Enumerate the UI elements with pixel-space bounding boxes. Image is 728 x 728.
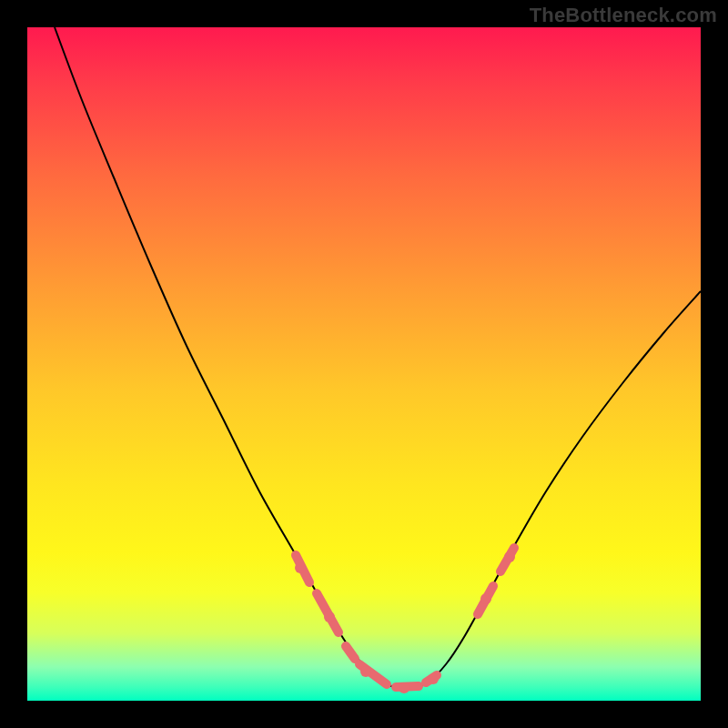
watermark-text: TheBottleneck.com <box>530 4 717 27</box>
bottleneck-curve <box>55 27 701 688</box>
marker-dot <box>399 682 410 693</box>
marker-segment <box>346 646 355 659</box>
marker-dot <box>324 612 335 622</box>
marker-dot <box>295 562 306 573</box>
marker-group <box>295 548 515 693</box>
marker-dot <box>504 551 515 562</box>
marker-dot <box>428 673 439 684</box>
marker-dot <box>360 666 371 677</box>
chart-svg <box>27 27 701 701</box>
marker-dot <box>480 593 491 604</box>
